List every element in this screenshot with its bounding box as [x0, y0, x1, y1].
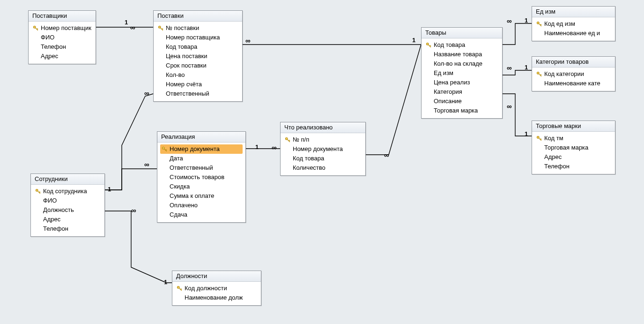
table-body: Номер поставщикаФИОТелефонАдрес	[29, 22, 96, 64]
table-title[interactable]: Ед изм	[532, 7, 615, 17]
field-row[interactable]: Кол-во	[156, 70, 239, 80]
cardinality-label: 1	[412, 37, 415, 44]
field-row[interactable]: Ответственный	[160, 163, 243, 173]
table-goods[interactable]: ТоварыКод товараНазвание товараКол-во на…	[421, 27, 503, 119]
field-row[interactable]: Название товара	[424, 50, 499, 59]
cardinality-label: 1	[525, 17, 528, 24]
field-row[interactable]: Категория	[424, 87, 499, 97]
field-row[interactable]: Цена реализ	[424, 78, 499, 87]
field-row[interactable]: Цена поставки	[156, 52, 239, 61]
table-brands[interactable]: Торговые маркиКод тмТорговая маркаАдресТ…	[532, 121, 615, 174]
table-deliveries[interactable]: Поставки№ поставкиНомер поставщикаКод то…	[153, 10, 243, 102]
field-row[interactable]: Номер счёта	[156, 80, 239, 89]
field-row[interactable]: Телефон	[31, 42, 93, 52]
field-row[interactable]: Оплачено	[160, 201, 243, 210]
field-row[interactable]: Адрес	[535, 152, 612, 162]
field-name: Номер документа	[293, 145, 362, 153]
field-row[interactable]: Наименование кате	[535, 79, 612, 88]
table-units[interactable]: Ед измКод ед измНаименование ед и	[532, 6, 615, 41]
field-row[interactable]: Сумма к оплате	[160, 191, 243, 201]
table-title[interactable]: Поставщики	[29, 11, 96, 22]
field-name: Ответственный	[166, 90, 238, 98]
field-row[interactable]: Ед изм	[424, 68, 499, 78]
table-title[interactable]: Должности	[172, 271, 261, 282]
field-row[interactable]: Дата	[160, 154, 243, 163]
field-row[interactable]: Скидка	[160, 182, 243, 191]
table-title[interactable]: Реализация	[157, 132, 245, 143]
field-row[interactable]: Код категории	[535, 69, 612, 79]
field-name: Адрес	[41, 52, 92, 60]
table-positions[interactable]: ДолжностиКод должностиНаименование долж	[172, 271, 261, 306]
table-title[interactable]: Торговые марки	[532, 121, 615, 132]
field-row[interactable]: Адрес	[34, 215, 102, 224]
field-name: № поставки	[166, 24, 238, 32]
field-row[interactable]: Код товара	[283, 154, 363, 163]
table-categories[interactable]: Категории товаровКод категорииНаименован…	[532, 56, 615, 91]
cardinality-label: ∞	[144, 160, 149, 168]
field-row[interactable]: Сдача	[160, 210, 243, 219]
field-name: Код товара	[166, 43, 238, 51]
field-name: Сдача	[170, 211, 242, 219]
field-name: Адрес	[544, 153, 611, 161]
table-title[interactable]: Сотрудники	[31, 174, 104, 185]
field-row[interactable]: Код ед изм	[535, 19, 612, 29]
field-row[interactable]: Наименование ед и	[535, 29, 612, 38]
field-name: Наименование кате	[544, 79, 611, 88]
field-row[interactable]: Срок поставки	[156, 61, 239, 70]
cardinality-label: ∞	[507, 102, 512, 110]
key-icon	[284, 137, 291, 143]
field-name: Описание	[434, 97, 498, 105]
table-sales[interactable]: РеализацияНомер документаДатаОтветственн…	[157, 131, 246, 223]
field-row[interactable]: Кол-во на складе	[424, 59, 499, 68]
field-name: Номер документа	[170, 145, 242, 153]
field-row[interactable]: Номер поставщика	[31, 23, 93, 33]
key-icon	[161, 146, 168, 152]
field-row[interactable]: Телефон	[535, 162, 612, 171]
table-suppliers[interactable]: ПоставщикиНомер поставщикаФИОТелефонАдре…	[28, 10, 96, 64]
field-name: Код ед изм	[544, 20, 611, 28]
field-name: Код должности	[185, 284, 257, 293]
field-row[interactable]: Адрес	[31, 52, 93, 61]
cardinality-label: 1	[525, 64, 528, 71]
field-row[interactable]: № поставки	[156, 23, 239, 33]
table-title[interactable]: Что реализовано	[281, 122, 365, 133]
cardinality-label: 1	[255, 143, 259, 151]
table-body: № п/пНомер документаКод товараКоличество	[281, 133, 365, 175]
field-row[interactable]: Торговая марка	[535, 143, 612, 152]
field-name: Кол-во на складе	[434, 60, 498, 68]
field-name: Кол-во	[166, 71, 238, 79]
field-row[interactable]: Код должности	[175, 284, 258, 293]
table-sold[interactable]: Что реализовано№ п/пНомер документаКод т…	[280, 122, 366, 176]
key-icon	[536, 71, 542, 77]
field-row[interactable]: № п/п	[283, 135, 363, 144]
field-row[interactable]: Код товара	[156, 42, 239, 52]
table-title[interactable]: Поставки	[154, 11, 242, 22]
field-name: Торговая марка	[434, 106, 498, 115]
relationship-diagram-canvas[interactable]: 1∞∞11∞∞∞11∞∞∞1∞1∞1 ПоставщикиНомер поста…	[0, 0, 644, 324]
field-name: Код товара	[434, 41, 498, 49]
field-row[interactable]: Торговая марка	[424, 106, 499, 115]
field-row[interactable]: Наименование долж	[175, 293, 258, 302]
table-employees[interactable]: СотрудникиКод сотрудникаФИОДолжностьАдре…	[30, 173, 105, 237]
field-row[interactable]: Код товара	[424, 40, 499, 50]
table-title[interactable]: Товары	[422, 28, 502, 38]
key-icon	[425, 42, 432, 48]
cardinality-label: ∞	[144, 89, 149, 97]
field-row[interactable]: Ответственный	[156, 89, 239, 98]
field-row[interactable]: Телефон	[34, 224, 102, 234]
field-row[interactable]: Должность	[34, 205, 102, 215]
field-row[interactable]: Количество	[283, 163, 363, 173]
table-title[interactable]: Категории товаров	[532, 57, 615, 68]
field-row[interactable]: ФИО	[34, 196, 102, 205]
field-name: Должность	[43, 206, 101, 214]
field-row[interactable]: Номер документа	[160, 144, 243, 154]
field-row[interactable]: Описание	[424, 97, 499, 106]
field-row[interactable]: ФИО	[31, 33, 93, 42]
field-row[interactable]: Номер документа	[283, 144, 363, 154]
field-name: Адрес	[43, 215, 101, 224]
field-row[interactable]: Номер поставщика	[156, 33, 239, 42]
field-row[interactable]: Стоимость товаров	[160, 173, 243, 182]
field-row[interactable]: Код тм	[535, 134, 612, 143]
field-row[interactable]: Код сотрудника	[34, 187, 102, 196]
cardinality-label: 1	[125, 19, 128, 26]
